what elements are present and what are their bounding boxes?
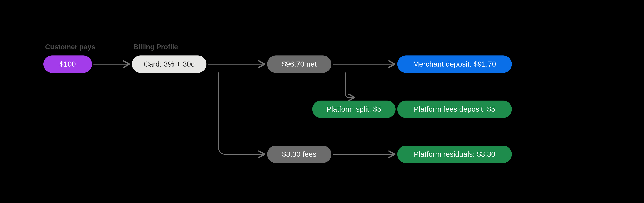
payment-flow-diagram: Customer pays Billing Profile $100 Card:… (0, 0, 644, 203)
fees-amount-node: $3.30 fees (267, 146, 331, 163)
merchant-deposit-node: Merchant deposit: $91.70 (397, 55, 512, 73)
billing-rate-node: Card: 3% + 30c (132, 55, 206, 73)
billing-profile-label: Billing Profile (133, 43, 178, 50)
customer-amount-node: $100 (43, 55, 92, 73)
net-amount-node: $96.70 net (267, 55, 331, 73)
platform-residuals-node: Platform residuals: $3.30 (397, 146, 512, 163)
customer-pays-label: Customer pays (45, 43, 95, 50)
platform-split-node: Platform split: $5 (312, 101, 396, 118)
platform-fees-deposit-node: Platform fees deposit: $5 (397, 101, 512, 118)
